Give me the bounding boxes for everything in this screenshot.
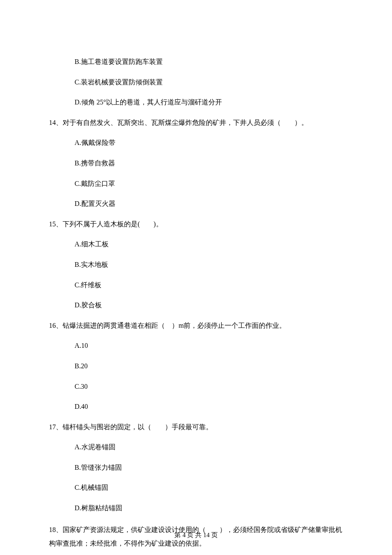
- option-d: D.配置灭火器: [75, 198, 343, 209]
- option-d: D.倾角 25°以上的巷道，其人行道应与溜矸道分开: [75, 97, 343, 108]
- option-b: B.管缝张力锚固: [75, 462, 343, 473]
- option-c: C.30: [75, 381, 343, 392]
- option-a: A.水泥卷锚固: [75, 442, 343, 453]
- option-d: D.40: [75, 401, 343, 412]
- option-a: A.10: [75, 340, 343, 351]
- option-c: C.纤维板: [75, 280, 343, 291]
- option-b: B.施工巷道要设置防跑车装置: [75, 56, 343, 67]
- question-17: 17、锚杆锚头与围岩的固定，以（ ）手段最可靠。: [49, 422, 343, 433]
- question-17-options: A.水泥卷锚固 B.管缝张力锚固 C.机械锚固 D.树脂粘结锚固: [49, 442, 343, 513]
- option-c: C.戴防尘口罩: [75, 178, 343, 189]
- page-footer: 第 4 页 共 14 页: [0, 530, 392, 540]
- question-16-options: A.10 B.20 C.30 D.40: [49, 340, 343, 412]
- question-15: 15、下列不属于人造木板的是( )。: [49, 219, 343, 230]
- option-d: D.树脂粘结锚固: [75, 503, 343, 514]
- option-d: D.胶合板: [75, 300, 343, 311]
- question-14-options: A.佩戴保险带 B.携带自救器 C.戴防尘口罩 D.配置灭火器: [49, 137, 343, 209]
- option-a: A.细木工板: [75, 239, 343, 250]
- document-page: B.施工巷道要设置防跑车装置 C.装岩机械要设置防倾倒装置 D.倾角 25°以上…: [0, 0, 392, 555]
- option-b: B.实木地板: [75, 259, 343, 270]
- question-16: 16、钻爆法掘进的两贯通巷道在相距（ ）m前，必须停止一个工作面的作业。: [49, 320, 343, 331]
- option-c: C.机械锚固: [75, 482, 343, 493]
- question-15-options: A.细木工板 B.实木地板 C.纤维板 D.胶合板: [49, 239, 343, 310]
- prev-question-options: B.施工巷道要设置防跑车装置 C.装岩机械要设置防倾倒装置 D.倾角 25°以上…: [49, 56, 343, 108]
- question-14: 14、对于有自然发火、瓦斯突出、瓦斯煤尘爆炸危险的矿井，下井人员必须（ ）。: [49, 117, 343, 128]
- option-c: C.装岩机械要设置防倾倒装置: [75, 77, 343, 88]
- option-b: B.20: [75, 361, 343, 372]
- option-b: B.携带自救器: [75, 158, 343, 169]
- option-a: A.佩戴保险带: [75, 137, 343, 148]
